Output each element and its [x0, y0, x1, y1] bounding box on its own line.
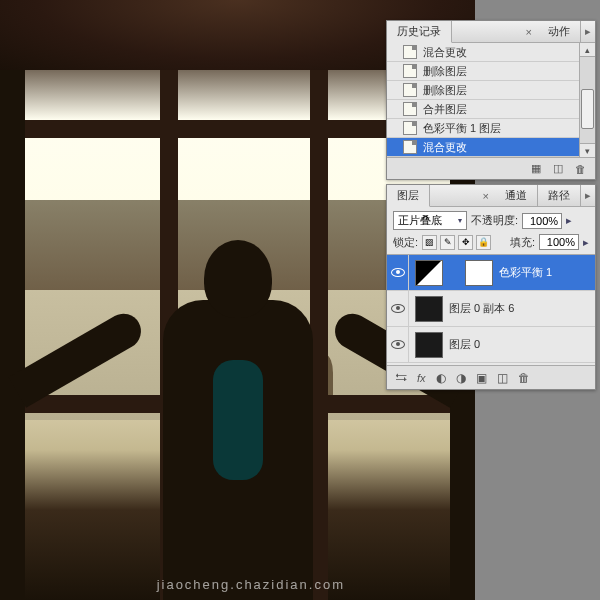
- layer-thumb: [415, 296, 443, 322]
- new-layer-icon[interactable]: ◫: [497, 371, 508, 385]
- history-item[interactable]: 删除图层: [387, 62, 595, 81]
- history-item[interactable]: 混合更改: [387, 43, 595, 62]
- link-layers-icon[interactable]: ⮀: [395, 371, 407, 385]
- person-silhouette: [98, 240, 378, 600]
- layers-panel-header: 图层 × 通道 路径 ▸: [387, 185, 595, 207]
- history-label: 混合更改: [423, 140, 467, 155]
- history-label: 合并图层: [423, 102, 467, 117]
- blend-mode-value: 正片叠底: [398, 213, 442, 228]
- fill-label: 填充:: [510, 235, 535, 250]
- adjustment-thumb: [415, 260, 443, 286]
- tab-channels[interactable]: 通道: [495, 185, 538, 206]
- trash-icon[interactable]: 🗑: [573, 162, 587, 176]
- layers-controls: 正片叠底▾ 不透明度: 100% ▸ 锁定: ▨ ✎ ✥ 🔒 填充: 100% …: [387, 207, 595, 255]
- history-item[interactable]: 色彩平衡 1 图层: [387, 119, 595, 138]
- chevron-right-icon[interactable]: ▸: [583, 236, 589, 249]
- layer-item[interactable]: 图层 0: [387, 327, 595, 363]
- lock-buttons: ▨ ✎ ✥ 🔒: [422, 235, 491, 250]
- new-adjustment-icon[interactable]: ◑: [456, 371, 466, 385]
- layer-name: 图层 0: [449, 337, 480, 352]
- history-label: 删除图层: [423, 83, 467, 98]
- watermark-text: jiaocheng.chazidian.com: [157, 577, 345, 592]
- layer-list: 色彩平衡 1 图层 0 副本 6 图层 0: [387, 255, 595, 365]
- tab-history[interactable]: 历史记录: [387, 21, 452, 43]
- lock-pixels-icon[interactable]: ✎: [440, 235, 455, 250]
- fill-input[interactable]: 100%: [539, 234, 579, 250]
- layer-name: 色彩平衡 1: [499, 265, 552, 280]
- history-item-selected[interactable]: 混合更改: [387, 138, 595, 157]
- tab-layers[interactable]: 图层: [387, 185, 430, 207]
- tab-paths[interactable]: 路径: [538, 185, 581, 206]
- chevron-right-icon[interactable]: ▸: [566, 214, 572, 227]
- add-mask-icon[interactable]: ◐: [436, 371, 446, 385]
- lock-transparency-icon[interactable]: ▨: [422, 235, 437, 250]
- opacity-label: 不透明度:: [471, 213, 518, 228]
- chevron-down-icon: ▾: [458, 216, 462, 225]
- visibility-eye-icon[interactable]: [391, 304, 405, 313]
- blend-mode-select[interactable]: 正片叠底▾: [393, 211, 467, 230]
- history-panel-header: 历史记录 × 动作 ▸: [387, 21, 595, 43]
- lock-position-icon[interactable]: ✥: [458, 235, 473, 250]
- new-snapshot-icon[interactable]: ◫: [551, 162, 565, 176]
- lock-all-icon[interactable]: 🔒: [476, 235, 491, 250]
- visibility-eye-icon[interactable]: [391, 340, 405, 349]
- layers-footer: ⮀ fx ◐ ◑ ▣ ◫ 🗑: [387, 365, 595, 389]
- close-icon[interactable]: ×: [477, 190, 495, 202]
- opacity-input[interactable]: 100%: [522, 213, 562, 229]
- scroll-up-icon[interactable]: ▴: [580, 43, 595, 57]
- fx-icon[interactable]: fx: [417, 371, 426, 385]
- visibility-eye-icon[interactable]: [391, 268, 405, 277]
- panel-menu-icon[interactable]: ▸: [581, 189, 595, 202]
- trash-icon[interactable]: 🗑: [518, 371, 530, 385]
- history-panel: 历史记录 × 动作 ▸ 混合更改 删除图层 删除图层 合并图层 色彩平衡 1 图…: [386, 20, 596, 180]
- scroll-thumb[interactable]: [581, 89, 594, 129]
- layers-panel: 图层 × 通道 路径 ▸ 正片叠底▾ 不透明度: 100% ▸ 锁定: ▨ ✎ …: [386, 184, 596, 390]
- history-list: 混合更改 删除图层 删除图层 合并图层 色彩平衡 1 图层 混合更改: [387, 43, 595, 157]
- layer-mask-thumb[interactable]: [465, 260, 493, 286]
- close-icon[interactable]: ×: [520, 26, 538, 38]
- history-item[interactable]: 合并图层: [387, 100, 595, 119]
- layer-item-selected[interactable]: 色彩平衡 1: [387, 255, 595, 291]
- document-icon: [403, 102, 417, 116]
- scroll-down-icon[interactable]: ▾: [580, 143, 595, 157]
- panel-menu-icon[interactable]: ▸: [581, 25, 595, 38]
- lock-label: 锁定:: [393, 235, 418, 250]
- document-icon: [403, 45, 417, 59]
- document-icon: [403, 83, 417, 97]
- scrollbar[interactable]: ▴ ▾: [579, 43, 595, 157]
- document-icon: [403, 64, 417, 78]
- history-label: 色彩平衡 1 图层: [423, 121, 501, 136]
- history-item[interactable]: 删除图层: [387, 81, 595, 100]
- new-group-icon[interactable]: ▣: [476, 371, 487, 385]
- history-label: 混合更改: [423, 45, 467, 60]
- layer-item[interactable]: 图层 0 副本 6: [387, 291, 595, 327]
- document-icon: [403, 140, 417, 154]
- document-icon: [403, 121, 417, 135]
- layer-name: 图层 0 副本 6: [449, 301, 514, 316]
- create-document-icon[interactable]: ▦: [529, 162, 543, 176]
- history-footer: ▦ ◫ 🗑: [387, 157, 595, 179]
- history-label: 删除图层: [423, 64, 467, 79]
- tab-actions[interactable]: 动作: [538, 21, 581, 42]
- layer-thumb: [415, 332, 443, 358]
